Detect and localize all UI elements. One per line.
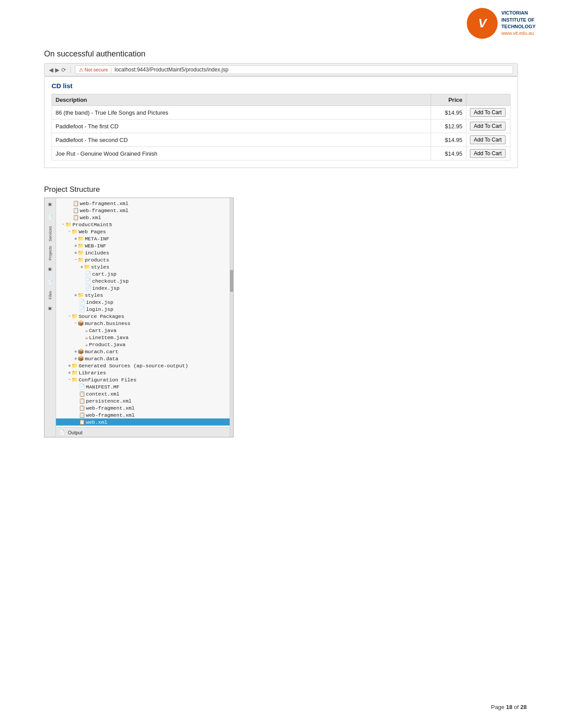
table-row: Paddlefoot - The first CD$12.95Add To Ca… (52, 119, 510, 133)
ide-scrollbar[interactable] (230, 198, 233, 437)
tree-item[interactable]: ☕Cart.java (56, 327, 230, 334)
cell-price: $14.95 (431, 147, 466, 161)
tree-item[interactable]: ☕LineItem.java (56, 334, 230, 341)
not-secure-indicator: ⚠ Not secure (79, 67, 108, 73)
tree-item[interactable]: ⊕📦murach.data (56, 355, 230, 362)
tree-item[interactable]: 📋web-fragment.xml (56, 207, 230, 214)
cell-description: Joe Rut - Genuine Wood Grained Finish (52, 147, 431, 161)
tree-item[interactable]: 📄MANIFEST.MF (56, 383, 230, 390)
url-separator: | (111, 67, 112, 73)
tree-item[interactable]: 📄index.jsp (56, 284, 230, 291)
browser-nav[interactable]: ◀ ▶ ⟳ (49, 67, 66, 73)
cd-table: Description Price 86 (the band) - True L… (52, 94, 510, 161)
tree-item[interactable]: 📄login.jsp (56, 306, 230, 313)
ide-panel: ▣ 📄 Services Projects ▣ 📄 Files ▣ 📋web-f… (44, 198, 234, 437)
logo-area: V VICTORIAN INSTITUTE OF TECHNOLOGY www.… (467, 8, 536, 39)
sidebar-icon-4[interactable]: 📄 (46, 278, 55, 287)
page-label-prefix: Page (491, 704, 504, 710)
add-to-cart-button[interactable]: Add To Cart (470, 108, 506, 117)
tree-item[interactable]: ⊕📁styles (56, 291, 230, 299)
auth-title: On successful authentication (44, 49, 518, 59)
tree-item[interactable]: 📋web.xml (56, 418, 230, 426)
auth-section: On successful authentication ◀ ▶ ⟳ | ⚠ N… (44, 49, 518, 168)
project-section: Project Structure ▣ 📄 Services Projects … (44, 185, 234, 437)
logo-circle: V (467, 8, 498, 39)
col-price: Price (431, 94, 466, 106)
browser-bar: ◀ ▶ ⟳ | ⚠ Not secure | localhost:9443/Pr… (44, 63, 518, 76)
sidebar-icon-2[interactable]: 📄 (46, 213, 55, 222)
table-row: Joe Rut - Genuine Wood Grained Finish$14… (52, 147, 510, 161)
tree-item[interactable]: ☕Product.java (56, 341, 230, 348)
cell-action: Add To Cart (466, 106, 510, 119)
add-to-cart-button[interactable]: Add To Cart (470, 135, 506, 144)
tree-item[interactable]: −📁products (56, 256, 230, 263)
back-button[interactable]: ◀ (49, 67, 53, 73)
tree-item[interactable]: 📄index.jsp (56, 299, 230, 306)
ide-bottom-bar: 📄 Output (56, 427, 230, 437)
add-to-cart-button[interactable]: Add To Cart (470, 122, 506, 131)
tree-item[interactable]: −📁Configuration Files (56, 376, 230, 383)
sidebar-icon-3[interactable]: ▣ (46, 265, 55, 273)
add-to-cart-button[interactable]: Add To Cart (470, 149, 506, 158)
page-current: 18 (506, 704, 512, 710)
col-action (466, 94, 510, 106)
scrollbar-thumb[interactable] (230, 270, 233, 292)
cell-price: $14.95 (431, 133, 466, 147)
cd-list-title: CD list (52, 82, 510, 90)
tree-item[interactable]: ⊕📁Libraries (56, 369, 230, 376)
cell-action: Add To Cart (466, 133, 510, 147)
page-total: 28 (521, 704, 527, 710)
tree-item[interactable]: 📄checkout.jsp (56, 277, 230, 284)
ide-main: 📋web-fragment.xml📋web-fragment.xml📋web.x… (56, 198, 230, 437)
tree-item[interactable]: ⊕📁WEB-INF (56, 242, 230, 249)
tree-item[interactable]: 📄cart.jsp (56, 270, 230, 277)
tree-item[interactable]: 📋web-fragment.xml (56, 411, 230, 418)
tree-item[interactable]: 📋web-fragment.xml (56, 404, 230, 411)
sidebar-label-services[interactable]: Services (48, 226, 52, 242)
sidebar-icon-5[interactable]: ▣ (46, 304, 55, 313)
url-text: localhost:9443/ProductMaint5/products/in… (115, 67, 228, 73)
warning-icon: ⚠ (79, 67, 83, 73)
cell-price: $14.95 (431, 106, 466, 119)
ide-sidebar: ▣ 📄 Services Projects ▣ 📄 Files ▣ (45, 198, 56, 437)
table-row: 86 (the band) - True Life Songs and Pict… (52, 106, 510, 119)
cell-action: Add To Cart (466, 119, 510, 133)
logo-text: VICTORIAN INSTITUTE OF TECHNOLOGY www.vi… (501, 10, 536, 37)
cell-action: Add To Cart (466, 147, 510, 161)
project-title: Project Structure (44, 185, 234, 194)
tree-item[interactable]: 📋persistence.xml (56, 397, 230, 404)
forward-button[interactable]: ▶ (55, 67, 60, 73)
tree-item[interactable]: ⊕📁Generated Sources (ap-source-output) (56, 362, 230, 369)
tree-item[interactable]: 📋web-fragment.xml (56, 200, 230, 207)
tree-item[interactable]: −📁Source Packages (56, 313, 230, 320)
output-label: Output (68, 430, 82, 435)
col-description: Description (52, 94, 431, 106)
logo-letter: V (478, 16, 487, 30)
refresh-button[interactable]: ⟳ (61, 67, 66, 73)
page-label-of: of (514, 704, 519, 710)
ide-tree: 📋web-fragment.xml📋web-fragment.xml📋web.x… (56, 198, 230, 427)
nav-divider: | (70, 66, 71, 73)
tree-item[interactable]: ⊕📁styles (56, 263, 230, 270)
sidebar-label-files[interactable]: Files (48, 291, 52, 299)
bottom-icon-1[interactable]: 📄 (59, 429, 65, 436)
tree-item[interactable]: −📁ProductMaint5 (56, 221, 230, 228)
cell-description: Paddlefoot - The second CD (52, 133, 431, 147)
tree-item[interactable]: ⊕📁META-INF (56, 235, 230, 242)
tree-item[interactable]: −📁Web Pages (56, 228, 230, 235)
tree-item[interactable]: −📦murach.business (56, 320, 230, 327)
sidebar-icon-1[interactable]: ▣ (46, 200, 55, 209)
cell-description: 86 (the band) - True Life Songs and Pict… (52, 106, 431, 119)
cell-price: $12.95 (431, 119, 466, 133)
url-bar[interactable]: ⚠ Not secure | localhost:9443/ProductMai… (75, 65, 513, 74)
table-row: Paddlefoot - The second CD$14.95Add To C… (52, 133, 510, 147)
tree-item[interactable]: 📋context.xml (56, 390, 230, 397)
tree-item[interactable]: 📋web.xml (56, 214, 230, 221)
page-number: Page 18 of 28 (491, 704, 527, 710)
tree-item[interactable]: ⊕📁includes (56, 249, 230, 256)
sidebar-label-projects[interactable]: Projects (48, 246, 52, 261)
cd-list-container: CD list Description Price 86 (the band) … (44, 76, 518, 168)
tree-item[interactable]: ⊕📦murach.cart (56, 348, 230, 355)
cell-description: Paddlefoot - The first CD (52, 119, 431, 133)
